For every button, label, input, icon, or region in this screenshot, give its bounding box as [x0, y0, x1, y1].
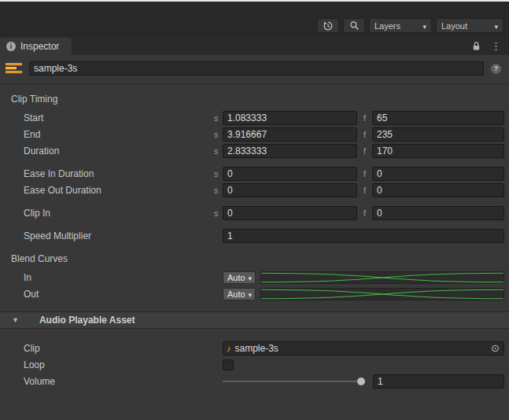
volume-label: Volume — [24, 376, 214, 387]
seconds-prefix: s — [214, 130, 223, 139]
tab-bar-controls — [472, 36, 509, 55]
layers-dropdown-label: Layers — [374, 21, 400, 31]
ease-out-seconds-input[interactable] — [223, 183, 357, 197]
seconds-prefix: s — [214, 208, 223, 218]
loop-label: Loop — [24, 359, 214, 370]
clip-header — [0, 55, 509, 84]
clip-label: Clip — [24, 343, 214, 354]
volume-slider-thumb[interactable] — [357, 378, 365, 385]
audio-playable-asset-title: Audio Playable Asset — [39, 315, 135, 326]
frames-prefix: f — [363, 186, 372, 195]
volume-slider[interactable] — [223, 374, 365, 389]
ease-out-frames-input[interactable] — [372, 183, 504, 197]
start-frames-input[interactable] — [372, 111, 504, 125]
blend-in-mode-value: Auto — [227, 273, 245, 282]
clip-object-value: sample-3s — [235, 343, 490, 354]
frames-prefix: f — [363, 130, 372, 139]
section-blend-curves-title: Blend Curves — [11, 253, 509, 264]
duration-seconds-input[interactable] — [223, 144, 357, 158]
blend-out-curve-icon — [261, 289, 503, 300]
frames-prefix: f — [363, 113, 372, 123]
chevron-down-icon — [422, 21, 426, 31]
seconds-prefix: s — [214, 186, 223, 195]
clip-in-seconds-input[interactable] — [223, 206, 357, 220]
blend-out-curve-field[interactable] — [260, 288, 504, 300]
row-blend-out: Out Auto — [0, 286, 509, 302]
volume-value-input[interactable] — [373, 374, 504, 389]
blend-out-label: Out — [24, 289, 214, 300]
row-ease-out: Ease Out Duration s f — [0, 182, 509, 198]
foldout-triangle-icon[interactable] — [12, 316, 19, 324]
tab-inspector[interactable]: Inspector — [0, 38, 72, 55]
row-blend-in: In Auto — [0, 269, 509, 286]
clip-object-field[interactable]: sample-3s — [223, 341, 504, 356]
tab-inspector-label: Inspector — [20, 41, 59, 52]
speed-multiplier-input[interactable] — [223, 229, 504, 243]
object-picker-icon[interactable] — [489, 343, 501, 353]
ease-out-label: Ease Out Duration — [24, 185, 214, 196]
frames-prefix: f — [363, 169, 372, 179]
end-frames-input[interactable] — [372, 127, 504, 142]
audio-note-icon — [227, 344, 231, 353]
audio-playable-asset-header[interactable]: Audio Playable Asset — [0, 311, 509, 329]
row-ease-in: Ease In Duration s f — [0, 165, 509, 182]
duration-frames-input[interactable] — [372, 144, 504, 158]
frames-prefix: f — [363, 208, 372, 218]
history-icon — [323, 20, 334, 31]
kebab-menu-icon[interactable] — [491, 41, 501, 51]
duration-label: Duration — [24, 146, 214, 157]
main-toolbar: Layers Layout — [0, 2, 509, 36]
seconds-prefix: s — [214, 169, 223, 179]
blend-in-curve-field[interactable] — [260, 271, 504, 284]
speed-multiplier-label: Speed Multiplier — [24, 230, 214, 241]
info-icon — [6, 42, 16, 51]
row-speed-multiplier: Speed Multiplier — [0, 227, 509, 244]
lock-icon[interactable] — [472, 41, 481, 51]
search-icon — [349, 20, 360, 31]
layers-dropdown[interactable]: Layers — [369, 18, 432, 33]
undo-history-button[interactable] — [317, 18, 339, 33]
chevron-down-icon — [494, 21, 498, 31]
row-duration: Duration s f — [0, 142, 509, 159]
start-seconds-input[interactable] — [223, 111, 357, 125]
section-clip-timing-title: Clip Timing — [11, 94, 509, 105]
clip-in-label: Clip In — [24, 208, 214, 219]
layout-dropdown[interactable]: Layout — [436, 18, 503, 33]
chevron-down-icon — [248, 289, 252, 299]
clip-name-input[interactable] — [29, 61, 484, 76]
blend-in-curve-icon — [261, 272, 503, 283]
ease-in-label: Ease In Duration — [24, 168, 214, 179]
row-loop: Loop — [0, 356, 509, 373]
blend-in-mode-dropdown[interactable]: Auto — [223, 271, 256, 284]
seconds-prefix: s — [214, 113, 223, 123]
search-button[interactable] — [343, 18, 365, 33]
unity-inspector-window: Layers Layout Inspector — [0, 0, 509, 420]
tab-bar: Inspector — [0, 36, 509, 55]
row-clip-in: Clip In s f — [0, 204, 509, 221]
row-start: Start s f — [0, 109, 509, 126]
ease-in-seconds-input[interactable] — [223, 167, 357, 181]
blend-in-label: In — [24, 272, 214, 283]
end-seconds-input[interactable] — [223, 127, 357, 142]
chevron-down-icon — [248, 273, 252, 282]
help-icon[interactable] — [491, 64, 501, 74]
blend-out-mode-dropdown[interactable]: Auto — [223, 288, 256, 300]
row-clip: Clip sample-3s — [0, 340, 509, 356]
row-volume: Volume — [0, 373, 509, 389]
frames-prefix: f — [363, 146, 372, 156]
start-label: Start — [24, 112, 214, 123]
loop-checkbox[interactable] — [223, 359, 234, 370]
clip-in-frames-input[interactable] — [372, 206, 504, 220]
audio-clip-icon — [5, 61, 24, 76]
row-end: End s f — [0, 126, 509, 142]
layout-dropdown-label: Layout — [441, 21, 467, 31]
end-label: End — [24, 129, 214, 140]
seconds-prefix: s — [214, 146, 223, 156]
inspector-content: Clip Timing Start s f End s f Duration s… — [0, 55, 509, 389]
volume-slider-track[interactable] — [223, 381, 363, 382]
blend-out-mode-value: Auto — [227, 289, 245, 299]
ease-in-frames-input[interactable] — [372, 167, 504, 181]
